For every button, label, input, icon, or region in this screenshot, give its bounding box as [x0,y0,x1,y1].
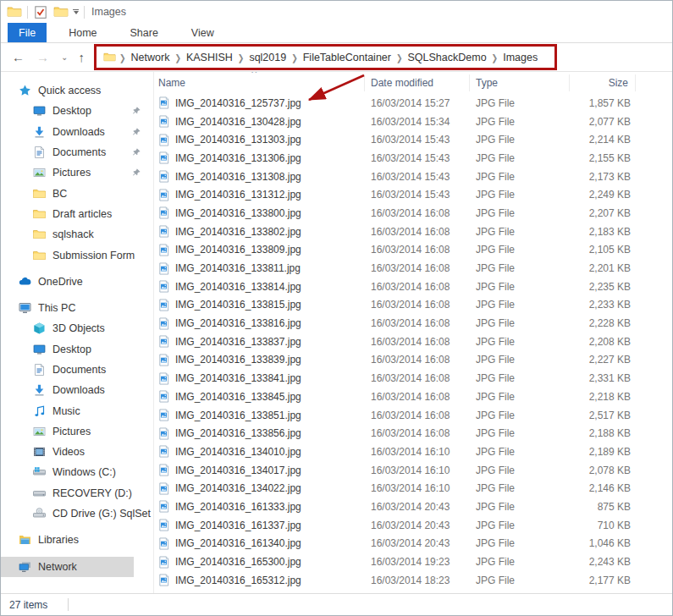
file-type-cell: JPG File [470,116,570,128]
file-row[interactable]: IMG_20140316_165312.jpg16/03/2014 18:23J… [154,571,672,590]
file-name-cell[interactable]: IMG_20140316_133837.jpg [154,335,365,348]
sidebar-item-libraries[interactable]: Libraries [1,530,153,550]
file-row[interactable]: IMG_20140316_133802.jpg16/03/2014 16:08J… [154,223,672,241]
file-name-cell[interactable]: IMG_20140316_125737.jpg [154,96,365,109]
file-name-cell[interactable]: IMG_20140316_165312.jpg [154,574,365,586]
file-name-cell[interactable]: IMG_20140316_130428.jpg [154,115,365,128]
sidebar-item-submission-form[interactable]: Submission Form [1,245,153,265]
breadcrumb-item-filetablecontainer[interactable]: FileTableContainer [298,52,396,63]
tab-home[interactable]: Home [58,23,108,42]
file-name-cell[interactable]: IMG_20140316_131306.jpg [154,151,365,164]
file-name-cell[interactable]: IMG_20140316_133809.jpg [154,244,365,256]
file-name-cell[interactable]: IMG_20140316_133815.jpg [154,299,365,311]
file-name-cell[interactable]: IMG_20140316_131308.jpg [154,170,365,183]
sidebar-item-network[interactable]: Network [1,557,134,577]
file-name-cell[interactable]: IMG_20140316_161333.jpg [154,500,365,513]
file-row[interactable]: IMG_20140316_133811.jpg16/03/2014 16:08J… [154,259,672,278]
file-row[interactable]: IMG_20140316_133809.jpg16/03/2014 16:08J… [154,241,672,260]
file-row[interactable]: IMG_20140316_133845.jpg16/03/2014 16:08J… [154,388,672,406]
file-row[interactable]: IMG_20140316_133839.jpg16/03/2014 16:08J… [154,351,672,370]
file-name-cell[interactable]: IMG_20140316_131312.jpg [154,189,365,201]
properties-checkbox-icon[interactable] [33,4,48,19]
sidebar-item-cd-drive-g-sqlset[interactable]: CD Drive (G:) SqlSet [1,503,153,524]
file-row[interactable]: IMG_20140316_131308.jpg16/03/2014 15:43J… [154,168,672,186]
file-name-cell[interactable]: IMG_20140316_133816.jpg [154,317,365,330]
file-row[interactable]: IMG_20140316_130428.jpg16/03/2014 15:34J… [154,113,672,131]
file-row[interactable]: IMG_20140316_131303.jpg16/03/2014 15:43J… [154,130,672,149]
file-name-cell[interactable]: IMG_20140316_134010.jpg [154,445,365,458]
sidebar-item-onedrive[interactable]: OneDrive [1,272,153,292]
column-header-size[interactable]: Size [570,74,636,91]
back-arrow-icon[interactable]: ← [12,51,25,63]
file-row[interactable]: IMG_20140316_131312.jpg16/03/2014 15:43J… [154,185,672,204]
forward-arrow-icon[interactable]: → [36,51,49,63]
up-arrow-icon[interactable]: ↑ [78,51,85,63]
file-row[interactable]: IMG_20140316_125737.jpg16/03/2014 15:27J… [154,94,672,113]
file-row[interactable]: IMG_20140316_133800.jpg16/03/2014 16:08J… [154,204,672,223]
file-row[interactable]: IMG_20140316_133851.jpg16/03/2014 16:08J… [154,406,672,425]
tab-view[interactable]: View [180,23,225,42]
file-row[interactable]: IMG_20140316_165300.jpg16/03/2014 19:23J… [154,553,672,571]
sidebar-item-desktop[interactable]: Desktop [1,339,153,360]
column-header-type[interactable]: Type [470,74,570,91]
chevron-down-icon[interactable]: ⌄ [61,53,68,62]
file-name-cell[interactable]: IMG_20140316_134017.jpg [154,464,365,476]
file-name-cell[interactable]: IMG_20140316_165300.jpg [154,556,365,569]
sidebar-item-pictures[interactable]: Pictures [1,162,153,183]
column-header-name[interactable]: Name [154,74,365,91]
breadcrumb-item-network[interactable]: Network [126,52,175,63]
sidebar-item-recovery-d[interactable]: RECOVERY (D:) [1,483,153,503]
tab-file[interactable]: File [8,23,47,42]
sidebar-item-draft-articles[interactable]: Draft articles [1,204,153,224]
sidebar-item-documents[interactable]: Documents [1,142,153,162]
breadcrumb[interactable]: ❯ Network ❯ KASHISH ❯ sql2019 ❯ FileTabl… [94,44,557,70]
file-name-cell[interactable]: IMG_20140316_133841.jpg [154,372,365,385]
sidebar-item-sqlshack[interactable]: sqlshack [1,224,153,245]
file-row[interactable]: IMG_20140316_133837.jpg16/03/2014 16:08J… [154,333,672,351]
file-row[interactable]: IMG_20140316_133814.jpg16/03/2014 16:08J… [154,278,672,296]
sidebar-item-quick-access[interactable]: Quick access [1,80,153,101]
file-row[interactable]: IMG_20140316_134022.jpg16/03/2014 16:10J… [154,479,672,498]
file-name-cell[interactable]: IMG_20140316_133851.jpg [154,409,365,421]
breadcrumb-item-sqlshackdemo[interactable]: SQLShackDemo [403,52,492,63]
sidebar-item-this-pc[interactable]: This PC [1,298,153,318]
breadcrumb-item-kashish[interactable]: KASHISH [181,52,238,63]
customize-toolbar-dropdown-icon[interactable] [73,9,79,15]
file-row[interactable]: IMG_20140316_134010.jpg16/03/2014 16:10J… [154,443,672,461]
breadcrumb-item-sql2019[interactable]: sql2019 [244,52,291,63]
sidebar-item-videos[interactable]: Videos [1,442,153,462]
sidebar-item-music[interactable]: Music [1,400,153,421]
file-row[interactable]: IMG_20140316_134017.jpg16/03/2014 16:10J… [154,461,672,480]
file-name-cell[interactable]: IMG_20140316_133802.jpg [154,225,365,238]
file-row[interactable]: IMG_20140316_133856.jpg16/03/2014 16:08J… [154,424,672,443]
file-row[interactable]: IMG_20140316_133815.jpg16/03/2014 16:08J… [154,296,672,315]
file-row[interactable]: IMG_20140316_161340.jpg16/03/2014 20:43J… [154,535,672,553]
file-name-cell[interactable]: IMG_20140316_133800.jpg [154,206,365,219]
new-folder-icon[interactable] [53,4,69,19]
sidebar-item-desktop[interactable]: Desktop [1,101,153,121]
file-name-cell[interactable]: IMG_20140316_133811.jpg [154,262,365,275]
sidebar-item-downloads[interactable]: Downloads [1,380,153,400]
file-row[interactable]: IMG_20140316_161337.jpg16/03/2014 20:43J… [154,516,672,535]
column-header-date-modified[interactable]: Date modified [365,74,470,91]
file-name-cell[interactable]: IMG_20140316_131303.jpg [154,134,365,146]
tab-share[interactable]: Share [119,23,169,42]
sidebar-item-downloads[interactable]: Downloads [1,122,153,142]
file-name-cell[interactable]: IMG_20140316_133839.jpg [154,354,365,366]
file-row[interactable]: IMG_20140316_161333.jpg16/03/2014 20:43J… [154,498,672,516]
file-name-cell[interactable]: IMG_20140316_161340.jpg [154,537,365,550]
breadcrumb-item-images[interactable]: Images [498,52,543,63]
file-row[interactable]: IMG_20140316_133841.jpg16/03/2014 16:08J… [154,369,672,388]
sidebar-item-3d-objects[interactable]: 3D Objects [1,318,153,338]
sidebar-item-documents[interactable]: Documents [1,360,153,380]
file-name-cell[interactable]: IMG_20140316_133845.jpg [154,390,365,403]
file-row[interactable]: IMG_20140316_131306.jpg16/03/2014 15:43J… [154,149,672,168]
file-name-cell[interactable]: IMG_20140316_134022.jpg [154,482,365,495]
sidebar-item-windows-c[interactable]: Windows (C:) [1,462,153,482]
file-row[interactable]: IMG_20140316_133816.jpg16/03/2014 16:08J… [154,314,672,333]
file-name-cell[interactable]: IMG_20140316_133814.jpg [154,280,365,293]
sidebar-item-bc[interactable]: BC [1,183,153,203]
file-name-cell[interactable]: IMG_20140316_161337.jpg [154,519,365,531]
sidebar-item-pictures[interactable]: Pictures [1,421,153,442]
file-name-cell[interactable]: IMG_20140316_133856.jpg [154,427,365,440]
